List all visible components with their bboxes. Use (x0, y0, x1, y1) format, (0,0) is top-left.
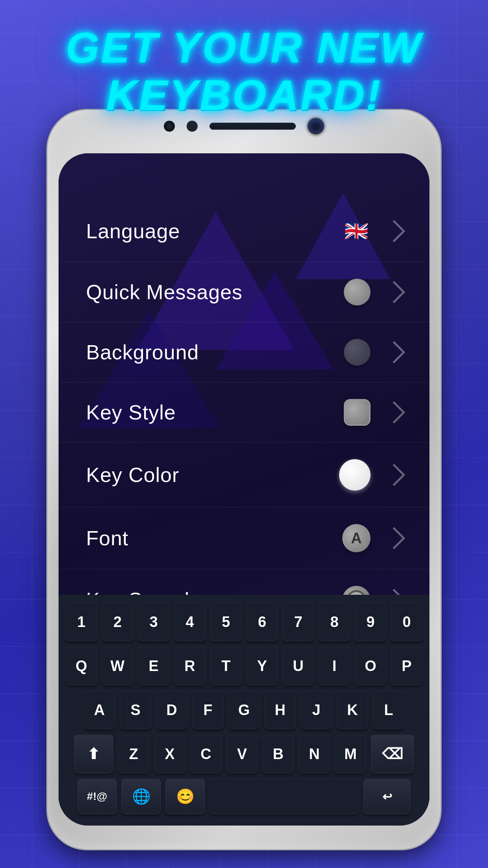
title-line2: KEYBOARD! (106, 71, 382, 119)
key-0[interactable]: 0 (391, 603, 422, 641)
title-line1: GET YOUR NEW (66, 23, 422, 72)
menu-label-language: Language (86, 219, 180, 243)
arrow-right-font (383, 527, 405, 550)
key-f[interactable]: F (192, 691, 224, 729)
toggle-key-color (339, 459, 371, 491)
key-z[interactable]: Z (118, 735, 149, 773)
key-4[interactable]: 4 (174, 603, 205, 641)
menu-label-background: Background (86, 340, 199, 364)
menu-list: Language 🇬🇧 Quick Messages Backgrou (59, 200, 429, 631)
key-g[interactable]: G (228, 691, 260, 729)
key-backspace[interactable]: ⌫ (371, 735, 414, 773)
title-text: GET YOUR NEW KEYBOARD! (0, 24, 488, 119)
title-container: GET YOUR NEW KEYBOARD! (0, 24, 488, 119)
menu-item-language[interactable]: Language 🇬🇧 (59, 200, 429, 262)
key-w[interactable]: W (102, 647, 133, 685)
menu-label-key-style: Key Style (86, 401, 176, 424)
key-b[interactable]: B (262, 735, 294, 773)
key-6[interactable]: 6 (246, 603, 278, 641)
keyboard-row-bottom: #!@ 🌐 😊 ↩ (64, 779, 424, 814)
key-q[interactable]: Q (66, 647, 97, 685)
key-color-indicator-group (339, 459, 402, 491)
key-1[interactable]: 1 (66, 603, 97, 641)
keyboard-row-asdf: A S D F G H J K L (64, 691, 424, 729)
key-y[interactable]: Y (246, 647, 278, 685)
keyboard-area: 1 2 3 4 5 6 7 8 9 0 Q W E R T Y U I (59, 595, 429, 826)
key-shift[interactable]: ⬆ (74, 735, 113, 773)
key-style-indicator-group (344, 399, 402, 426)
arrow-right-key-color (383, 464, 405, 486)
key-m[interactable]: M (335, 735, 366, 773)
quick-messages-indicator-group (344, 279, 402, 305)
key-p[interactable]: P (391, 647, 422, 685)
key-a[interactable]: A (84, 691, 115, 729)
phone: Language 🇬🇧 Quick Messages Backgrou (48, 110, 440, 849)
key-globe[interactable]: 🌐 (121, 779, 161, 814)
key-enter[interactable]: ↩ (363, 779, 411, 814)
key-o[interactable]: O (355, 647, 386, 685)
key-3[interactable]: 3 (138, 603, 169, 641)
front-camera-right (308, 118, 324, 134)
key-t[interactable]: T (210, 647, 242, 685)
earpiece-dot (187, 121, 198, 132)
menu-item-font[interactable]: Font A (59, 508, 429, 569)
font-indicator-group: A (342, 524, 402, 552)
key-symbols[interactable]: #!@ (77, 779, 117, 814)
language-indicator-group: 🇬🇧 (342, 217, 402, 245)
speaker-bar (209, 123, 296, 130)
background-indicator-group (344, 339, 402, 366)
key-k[interactable]: K (337, 691, 368, 729)
toggle-key-style (344, 399, 371, 426)
key-8[interactable]: 8 (319, 603, 350, 641)
key-x[interactable]: X (154, 735, 185, 773)
key-s[interactable]: S (120, 691, 151, 729)
arrow-right-quick-messages (383, 281, 405, 303)
key-r[interactable]: R (174, 647, 205, 685)
phone-screen: Language 🇬🇧 Quick Messages Backgrou (59, 153, 429, 826)
phone-top-hardware (146, 118, 342, 134)
keyboard-row-qwerty: Q W E R T Y U I O P (64, 647, 424, 685)
menu-label-key-color: Key Color (86, 463, 179, 487)
key-c[interactable]: C (190, 735, 222, 773)
keyboard-row-zxcv: ⬆ Z X C V B N M ⌫ (64, 735, 424, 773)
menu-label-quick-messages: Quick Messages (86, 280, 242, 304)
key-v[interactable]: V (226, 735, 258, 773)
key-u[interactable]: U (283, 647, 314, 685)
key-n[interactable]: N (299, 735, 330, 773)
key-d[interactable]: D (156, 691, 187, 729)
menu-item-key-style[interactable]: Key Style (59, 383, 429, 443)
front-camera-left (164, 121, 175, 132)
key-i[interactable]: I (319, 647, 350, 685)
key-e[interactable]: E (138, 647, 169, 685)
menu-item-quick-messages[interactable]: Quick Messages (59, 262, 429, 322)
key-7[interactable]: 7 (283, 603, 314, 641)
key-2[interactable]: 2 (102, 603, 133, 641)
menu-item-background[interactable]: Background (59, 322, 429, 383)
key-emoji[interactable]: 😊 (165, 779, 205, 814)
key-h[interactable]: H (264, 691, 296, 729)
key-9[interactable]: 9 (355, 603, 386, 641)
toggle-font: A (342, 524, 371, 552)
flag-icon-uk: 🇬🇧 (342, 217, 371, 245)
key-space[interactable] (209, 779, 359, 814)
arrow-right-language (383, 220, 405, 243)
menu-item-key-color[interactable]: Key Color (59, 443, 429, 508)
keyboard-row-numbers: 1 2 3 4 5 6 7 8 9 0 (64, 603, 424, 641)
toggle-background (344, 339, 371, 366)
menu-label-font: Font (86, 526, 128, 550)
arrow-right-background (383, 341, 405, 364)
key-j[interactable]: J (301, 691, 332, 729)
key-5[interactable]: 5 (210, 603, 242, 641)
key-l[interactable]: L (373, 691, 404, 729)
arrow-right-key-style (383, 401, 405, 424)
toggle-quick-messages (344, 279, 371, 305)
